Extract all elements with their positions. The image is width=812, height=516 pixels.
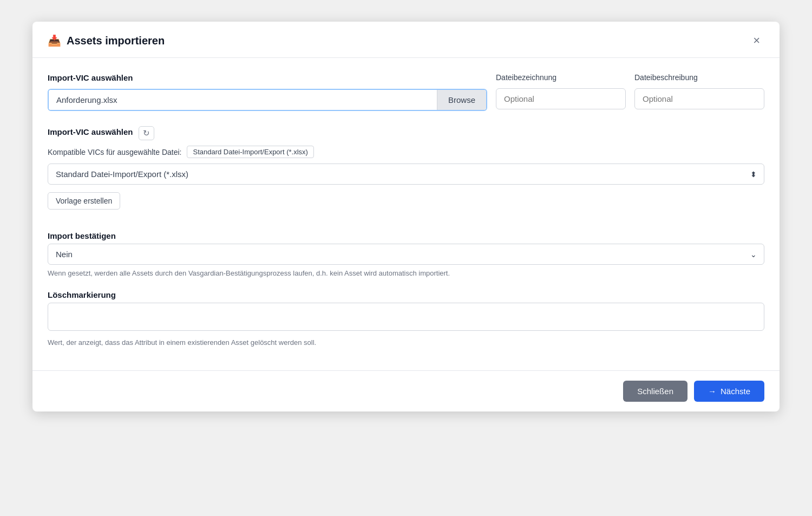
assets-import-dialog: 📥 Assets importieren × Import-VIC auswäh… xyxy=(32,22,780,412)
dateibezeichnung-col: Dateibezeichnung xyxy=(496,73,626,109)
dateibeschreibung-label: Dateibeschreibung xyxy=(634,73,764,82)
file-input[interactable] xyxy=(49,90,437,110)
file-select-col: Import-VIC auswählen Browse xyxy=(48,73,487,111)
vic-dropdown-wrapper: Standard Datei-Import/Export (*.xlsx) ⬍ xyxy=(48,164,764,185)
dialog-title: Assets importieren xyxy=(67,35,165,47)
vic-dropdown[interactable]: Standard Datei-Import/Export (*.xlsx) xyxy=(48,164,764,185)
refresh-button[interactable]: ↻ xyxy=(139,126,154,140)
losch-label: Löschmarkierung xyxy=(48,290,764,299)
browse-button[interactable]: Browse xyxy=(437,90,486,110)
import-icon: 📥 xyxy=(48,34,61,47)
vic-section-header: Import-VIC auswählen ↻ xyxy=(48,126,764,140)
dateibeschreibung-input[interactable] xyxy=(634,88,764,109)
import-section: Import bestätigen Nein ⌄ Wenn gesetzt, w… xyxy=(48,231,764,277)
dialog-header: 📥 Assets importieren × xyxy=(32,22,780,58)
losch-help-text: Wert, der anzeigt, dass das Attribut in … xyxy=(48,338,764,347)
dateibeschreibung-col: Dateibeschreibung xyxy=(634,73,764,109)
dialog-footer: Schließen → Nächste xyxy=(32,370,780,412)
vic-section-label: Import-VIC auswählen xyxy=(48,127,133,136)
import-dropdown[interactable]: Nein xyxy=(48,244,764,265)
import-help-text: Wenn gesetzt, werden alle Assets durch d… xyxy=(48,269,764,277)
naechste-arrow: → xyxy=(708,387,716,396)
dateibezeichnung-label: Dateibezeichnung xyxy=(496,73,626,82)
refresh-icon: ↻ xyxy=(143,128,150,138)
losch-input[interactable] xyxy=(48,303,764,331)
compatible-label: Kompatible VICs für ausgewählte Datei: xyxy=(48,148,181,156)
import-dropdown-wrapper: Nein ⌄ xyxy=(48,244,764,265)
dialog-body: Import-VIC auswählen Browse Dateibezeich… xyxy=(32,58,780,370)
import-vic-label-1: Import-VIC auswählen xyxy=(48,73,487,82)
losch-section: Löschmarkierung Wert, der anzeigt, dass … xyxy=(48,290,764,347)
dateibezeichnung-input[interactable] xyxy=(496,88,626,109)
file-select-row: Import-VIC auswählen Browse Dateibezeich… xyxy=(48,73,764,111)
naechste-label: Nächste xyxy=(721,387,750,396)
vorlage-erstellen-button[interactable]: Vorlage erstellen xyxy=(48,192,120,210)
dialog-title-row: 📥 Assets importieren xyxy=(48,34,165,47)
import-bestaetigen-label: Import bestätigen xyxy=(48,231,764,240)
file-input-row: Browse xyxy=(48,89,487,111)
schliessen-button[interactable]: Schließen xyxy=(623,381,687,402)
vic-section: Import-VIC auswählen ↻ Kompatible VICs f… xyxy=(48,126,764,210)
compatible-vics-row: Kompatible VICs für ausgewählte Datei: S… xyxy=(48,146,764,158)
naechste-button[interactable]: → Nächste xyxy=(694,381,764,402)
vic-tag: Standard Datei-Import/Export (*.xlsx) xyxy=(187,146,313,158)
close-button[interactable]: × xyxy=(749,32,764,49)
